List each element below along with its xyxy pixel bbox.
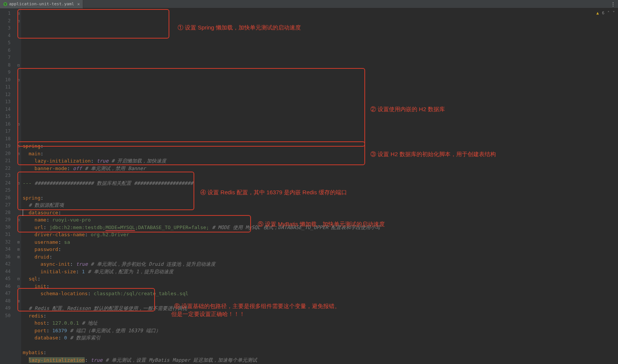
fold-toggle — [16, 84, 21, 91]
fold-toggle — [16, 47, 21, 54]
fold-toggle — [16, 268, 21, 276]
line-number: 27 — [0, 201, 16, 209]
line-number: 42 — [0, 260, 16, 268]
fold-toggle[interactable]: ⊞ — [16, 246, 21, 253]
code-line[interactable] — [21, 172, 618, 180]
line-number: 18 — [0, 135, 16, 143]
line-number: 12 — [0, 91, 16, 99]
fold-toggle — [16, 25, 21, 32]
fold-toggle[interactable]: ⊟ — [16, 76, 21, 84]
line-number: 32 — [0, 239, 16, 246]
tab-menu-icon[interactable]: ⋮ — [608, 1, 618, 7]
fold-toggle — [16, 91, 21, 99]
tab-filename: application-unit-test.yaml — [9, 2, 74, 6]
line-number: 11 — [0, 84, 16, 91]
fold-toggle[interactable]: ⊞ — [16, 239, 21, 246]
fold-toggle[interactable]: ⊟ — [16, 62, 21, 69]
code-line[interactable]: datasource: — [21, 209, 618, 217]
code-line[interactable]: password: — [21, 246, 618, 253]
code-line[interactable]: host: 127.0.0.1 # 地址 — [21, 319, 618, 327]
line-number-gutter: 1234567891011121314151617181920212223242… — [0, 8, 16, 364]
fold-toggle — [16, 305, 21, 312]
code-line[interactable]: init: — [21, 283, 618, 290]
fold-toggle — [16, 128, 21, 135]
code-line[interactable]: banner-mode: off # 单元测试，禁用 Banner — [21, 165, 618, 172]
code-line[interactable]: url: jdbc:h2:mem:testdb;MODE=MYSQL;DATAB… — [21, 224, 618, 231]
code-line[interactable]: spring: — [21, 143, 618, 150]
code-line[interactable] — [21, 297, 618, 305]
code-line[interactable]: port: 16379 # 端口（单元测试，使用 16379 端口） — [21, 327, 618, 335]
fold-toggle[interactable]: ⊟ — [16, 275, 21, 283]
line-number: 3 — [0, 25, 16, 32]
fold-toggle[interactable]: ⊟ — [16, 180, 21, 187]
line-number: 21 — [0, 157, 16, 165]
fold-toggle — [16, 106, 21, 113]
line-number: 50 — [0, 312, 16, 320]
code-line[interactable]: driver-class-name: org.h2.Driver — [21, 231, 618, 239]
line-number: 22 — [0, 165, 16, 172]
fold-toggle[interactable]: ⊟ — [16, 143, 21, 150]
editor-tab[interactable]: application-unit-test.yaml × — [0, 0, 83, 8]
line-number: 16 — [0, 121, 16, 128]
line-number: 24 — [0, 180, 16, 187]
code-line[interactable]: async-init: true # 单元测试，异步初始化 Druid 连接池，… — [21, 260, 618, 268]
line-number: 23 — [0, 172, 16, 180]
line-number: 28 — [0, 209, 16, 217]
code-line[interactable]: --- #################### 数据库相关配置 #######… — [21, 180, 618, 187]
code-line[interactable] — [21, 187, 618, 194]
code-line[interactable]: lazy-initialization: true # 开启懒加载，加快速度 — [21, 157, 618, 165]
fold-gutter[interactable]: ⊟⊟⊟⊟⊟⊟⊟⊟⊟⊞⊞⊞⊟⊟⊞ — [16, 8, 21, 364]
fold-toggle — [16, 194, 21, 202]
close-tab-icon[interactable]: × — [77, 2, 80, 7]
code-line[interactable]: spring: — [21, 194, 618, 202]
inspection-status[interactable]: ▲ 6 ˄ ˅ — [596, 11, 615, 15]
warning-count: 6 — [602, 11, 604, 15]
code-line[interactable]: initial-size: 1 # 单元测试，配置为 1，提升启动速度 — [21, 268, 618, 276]
line-number: 1 — [0, 10, 16, 17]
code-line[interactable]: # Redis 配置。Redisson 默认的配置足够使用，一般不需要进行调优 — [21, 305, 618, 312]
line-number: 47 — [0, 290, 16, 297]
code-line[interactable]: druid: — [21, 253, 618, 261]
line-number: 48 — [0, 297, 16, 305]
line-number: 26 — [0, 194, 16, 202]
fold-toggle — [16, 39, 21, 47]
code-line[interactable]: # 数据源配置项 — [21, 201, 618, 209]
fold-toggle — [16, 113, 21, 121]
code-area[interactable]: ① 设置 Spring 懒加载，加快单元测试的启动速度 ② 设置使用内嵌的 H2… — [21, 8, 618, 364]
warning-icon: ▲ — [596, 11, 599, 15]
fold-toggle — [16, 209, 21, 217]
line-number: 34 — [0, 246, 16, 253]
fold-toggle — [16, 172, 21, 180]
line-number: 17 — [0, 128, 16, 135]
line-number: 44 — [0, 268, 16, 276]
annotation-text-1: ① 设置 Spring 懒加载，加快单元测试的启动速度 — [178, 23, 301, 31]
fold-toggle[interactable]: ⊟ — [16, 216, 21, 224]
fold-toggle[interactable]: ⊟ — [16, 150, 21, 158]
fold-toggle[interactable]: ⊞ — [16, 253, 21, 261]
line-number: 9 — [0, 69, 16, 76]
line-number: 46 — [0, 283, 16, 290]
editor[interactable]: 1234567891011121314151617181920212223242… — [0, 8, 618, 364]
code-line[interactable]: name: ruoyi-vue-pro — [21, 216, 618, 224]
code-line[interactable]: schema-locations: classpath:/sql/create_… — [21, 290, 618, 297]
fold-toggle — [16, 290, 21, 297]
code-line[interactable]: database: 0 # 数据库索引 — [21, 334, 618, 342]
code-line[interactable]: mybatis: — [21, 349, 618, 356]
annotation-text-2: ② 设置使用内嵌的 H2 数据库 — [370, 105, 445, 113]
code-line[interactable]: redis: — [21, 312, 618, 320]
chevron-up-icon[interactable]: ˄ — [607, 11, 610, 15]
chevron-down-icon[interactable]: ˅ — [613, 11, 615, 15]
fold-toggle[interactable]: ⊟ — [16, 121, 21, 128]
fold-toggle[interactable]: ⊞ — [16, 297, 21, 305]
code-line[interactable]: username: sa — [21, 239, 618, 246]
fold-toggle[interactable]: ⊟ — [16, 17, 21, 25]
fold-toggle[interactable]: ⊟ — [16, 10, 21, 17]
tab-bar: application-unit-test.yaml × ⋮ — [0, 0, 618, 8]
fold-toggle — [16, 165, 21, 172]
code-line[interactable] — [21, 342, 618, 349]
fold-toggle — [16, 157, 21, 165]
code-line[interactable]: lazy-initialization: true # 单元测试，设置 MyBa… — [21, 356, 618, 364]
code-line[interactable]: sql: — [21, 275, 618, 283]
code-line[interactable]: main: — [21, 150, 618, 158]
fold-toggle[interactable]: ⊟ — [16, 283, 21, 290]
